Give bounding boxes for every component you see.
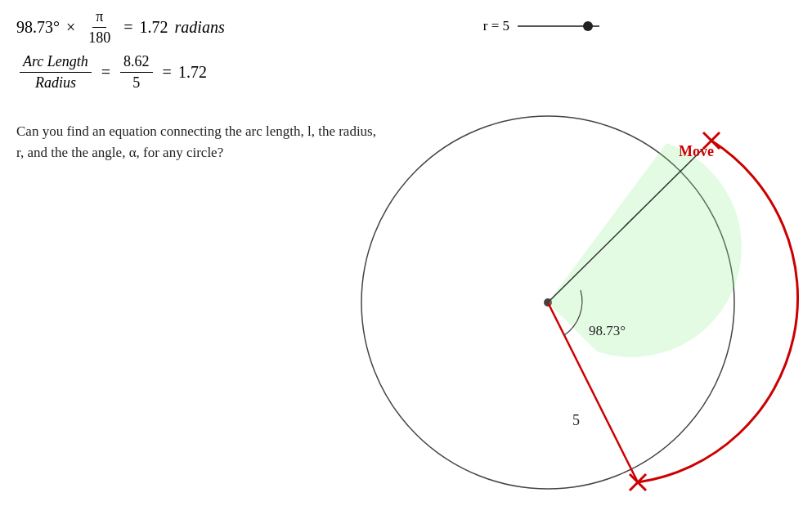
radius-control[interactable]: r = 5 xyxy=(483,18,599,34)
radians-value: 1.72 xyxy=(140,18,168,37)
arc-num-over-denom: 8.62 5 xyxy=(120,53,153,92)
pi-numerator: π xyxy=(92,8,106,28)
ratio-value: 1.72 xyxy=(178,63,207,82)
equals1: = xyxy=(123,18,132,37)
move-label[interactable]: Move xyxy=(679,143,714,160)
angle-label: 98.73° xyxy=(589,323,626,338)
arc-denominator: 5 xyxy=(129,73,143,92)
math-area: 98.73° × π 180 = 1.72 radians Arc Length… xyxy=(16,8,311,92)
slider-thumb[interactable] xyxy=(583,21,593,31)
equation-line1: 98.73° × π 180 = 1.72 radians xyxy=(16,8,311,47)
slider-track[interactable] xyxy=(518,25,599,27)
equation-line2: Arc Length Radius = 8.62 5 = 1.72 xyxy=(16,53,311,92)
arc-length-label: Arc Length xyxy=(20,53,92,73)
pi-over-180: π 180 xyxy=(85,8,114,47)
angle-degrees: 98.73° xyxy=(16,18,60,37)
arc-numerator: 8.62 xyxy=(120,53,153,73)
radius-label-frac: Radius xyxy=(32,73,79,92)
angle-sector xyxy=(548,143,742,357)
equals3: = xyxy=(163,63,172,82)
multiply-symbol: × xyxy=(66,18,75,37)
radius-number-label: 5 xyxy=(572,412,580,428)
radians-label: radians xyxy=(175,18,225,37)
arc-length-over-radius: Arc Length Radius xyxy=(20,53,92,92)
pi-denominator: 180 xyxy=(85,28,114,47)
circle-diagram: 98.73° 5 xyxy=(294,82,801,507)
radius-label: r = 5 xyxy=(483,18,509,34)
equals2: = xyxy=(101,63,110,82)
